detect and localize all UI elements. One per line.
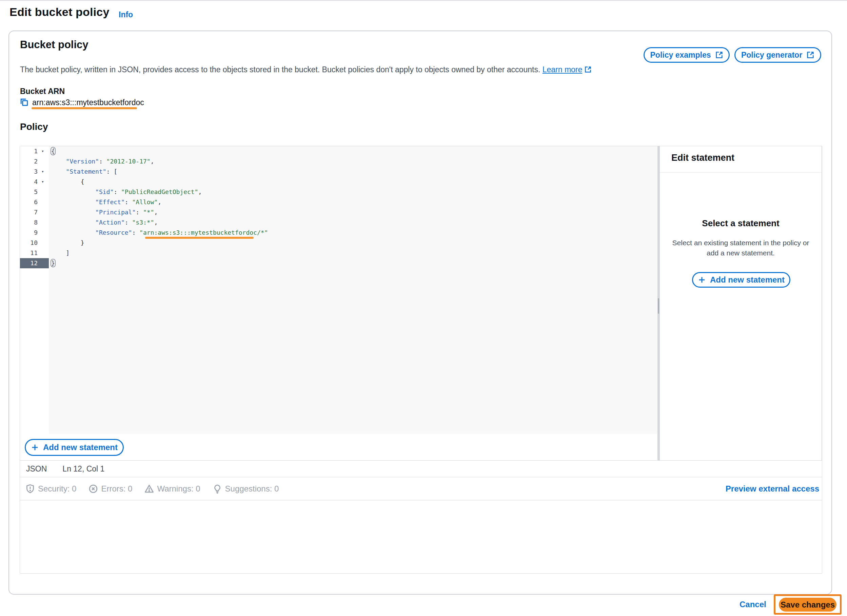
code-token: : xyxy=(114,188,121,195)
line-number: 1 xyxy=(20,146,38,157)
code-token: : xyxy=(125,219,132,226)
line-gutter: 4▾ xyxy=(20,177,49,187)
line-gutter: 9 xyxy=(20,227,49,238)
code-token: } xyxy=(81,239,84,246)
code-line[interactable]: 12} xyxy=(20,258,657,268)
edit-statement-title: Edit statement xyxy=(671,153,735,163)
code-line-content: "Sid": "PublicReadGetObject", xyxy=(49,187,202,197)
select-statement-body: Select an existing statement in the poli… xyxy=(660,238,822,258)
code-token: ] xyxy=(66,249,69,256)
policy-section-title: Policy xyxy=(20,121,48,132)
editor-checks-bar: Security: 0 Errors: 0 Warnings: 0 Sugges… xyxy=(20,477,822,500)
preview-external-access-link[interactable]: Preview external access xyxy=(726,484,819,493)
description-text: The bucket policy, written in JSON, prov… xyxy=(20,65,540,74)
edit-bucket-policy-page: Edit bucket policy Info Bucket policy Po… xyxy=(0,0,847,616)
code-token: { xyxy=(81,178,84,185)
panel-add-new-statement-label: Add new statement xyxy=(710,275,785,285)
copy-arn-button[interactable] xyxy=(19,98,29,107)
external-link-icon xyxy=(715,51,723,59)
code-line-content: "Statement": [ xyxy=(49,167,117,177)
code-line[interactable]: 2"Version": "2012-10-17", xyxy=(20,157,657,167)
line-gutter: 11 xyxy=(20,248,49,258)
policy-examples-button[interactable]: Policy examples xyxy=(643,47,730,63)
page-title: Edit bucket policy xyxy=(9,6,109,19)
code-token: } xyxy=(51,260,55,267)
code-line[interactable]: 5"Sid": "PublicReadGetObject", xyxy=(20,187,657,197)
line-gutter: 1▾ xyxy=(20,146,49,157)
security-check: Security: 0 xyxy=(25,484,76,493)
line-number: 11 xyxy=(20,248,38,258)
suggestions-bulb-icon xyxy=(212,484,222,493)
code-line[interactable]: 8"Action": "s3:*", xyxy=(20,217,657,227)
policy-generator-label: Policy generator xyxy=(741,50,802,60)
code-token: "s3:*" xyxy=(132,219,154,226)
code-line[interactable]: 3▾"Statement": [ xyxy=(20,167,657,177)
fold-arrow-icon[interactable]: ▾ xyxy=(38,177,48,187)
code-rows: 1▾{2"Version": "2012-10-17",3▾"Statement… xyxy=(20,146,657,268)
fold-spacer xyxy=(38,227,48,238)
select-statement-line1: Select an existing statement in the poli… xyxy=(660,238,822,248)
code-token: "Action" xyxy=(95,219,125,226)
line-gutter: 10 xyxy=(20,238,49,248)
top-divider xyxy=(0,0,847,1)
code-token: , xyxy=(154,219,158,226)
panel-add-new-statement-button[interactable]: Add new statement xyxy=(692,272,790,288)
line-number: 4 xyxy=(20,177,38,187)
code-line[interactable]: 9"Resource": "arn:aws:s3:::mytestbucketf… xyxy=(20,227,657,238)
suggestions-check: Suggestions: 0 xyxy=(212,484,279,493)
fold-spacer xyxy=(38,187,48,197)
active-line-gutter: 12 xyxy=(20,258,49,268)
code-token: "2012-10-17" xyxy=(106,158,151,165)
external-access-results-area xyxy=(20,500,822,573)
external-link-icon xyxy=(584,66,592,73)
warnings-check: Warnings: 0 xyxy=(145,484,200,493)
cancel-button[interactable]: Cancel xyxy=(739,600,766,609)
bucket-arn-row: arn:aws:s3:::mytestbucketfordoc xyxy=(19,98,144,107)
copy-icon xyxy=(20,98,29,107)
bucket-arn-value: arn:aws:s3:::mytestbucketfordoc xyxy=(32,98,144,107)
code-line[interactable]: 11] xyxy=(20,248,657,258)
errors-check-label: Errors: 0 xyxy=(101,484,132,493)
add-new-statement-button[interactable]: Add new statement xyxy=(25,439,124,456)
code-line-content: { xyxy=(49,146,55,157)
learn-more-link[interactable]: Learn more xyxy=(543,65,583,74)
split-resize-handle[interactable] xyxy=(657,146,660,460)
fold-arrow-icon[interactable]: ▾ xyxy=(38,167,48,177)
policy-examples-label: Policy examples xyxy=(650,50,711,60)
bucket-arn-label: Bucket ARN xyxy=(20,87,65,96)
code-token: : xyxy=(99,158,106,165)
fold-spacer xyxy=(38,217,48,227)
line-gutter: 6 xyxy=(20,197,49,207)
code-token: , xyxy=(154,208,158,216)
code-line[interactable]: 6"Effect": "Allow", xyxy=(20,197,657,207)
code-area[interactable]: 1▾{2"Version": "2012-10-17",3▾"Statement… xyxy=(20,146,657,434)
save-changes-button[interactable]: Save changes xyxy=(779,598,837,612)
code-token: : xyxy=(136,208,143,216)
line-number: 8 xyxy=(20,217,38,227)
code-token: "*" xyxy=(143,208,154,216)
code-line[interactable]: 7"Principal": "*", xyxy=(20,207,657,217)
info-link[interactable]: Info xyxy=(119,10,133,19)
fold-arrow-icon[interactable]: ▾ xyxy=(38,146,48,157)
code-line[interactable]: 10} xyxy=(20,238,657,248)
line-number: 6 xyxy=(20,197,38,207)
line-gutter: 8 xyxy=(20,217,49,227)
fold-spacer xyxy=(38,238,48,248)
policy-generator-button[interactable]: Policy generator xyxy=(735,47,821,63)
code-token: { xyxy=(51,148,55,155)
select-statement-title: Select a statement xyxy=(660,218,822,229)
code-line-content: } xyxy=(49,238,84,248)
code-token: "Statement" xyxy=(66,168,106,175)
code-token: "PublicReadGetObject" xyxy=(121,188,198,195)
line-number: 10 xyxy=(20,238,38,248)
code-line[interactable]: 4▾{ xyxy=(20,177,657,187)
code-token: "Version" xyxy=(66,158,99,165)
card-description: The bucket policy, written in JSON, prov… xyxy=(20,65,592,74)
code-line[interactable]: 1▾{ xyxy=(20,146,657,157)
select-statement-line2: add a new statement. xyxy=(660,248,822,258)
editor-split: 1▾{2"Version": "2012-10-17",3▾"Statement… xyxy=(20,146,822,461)
code-line-content: } xyxy=(49,258,55,268)
resize-grip xyxy=(658,298,659,314)
bucket-policy-card: Bucket policy Policy examples Policy gen… xyxy=(9,31,832,595)
code-token: "Sid" xyxy=(95,188,114,195)
